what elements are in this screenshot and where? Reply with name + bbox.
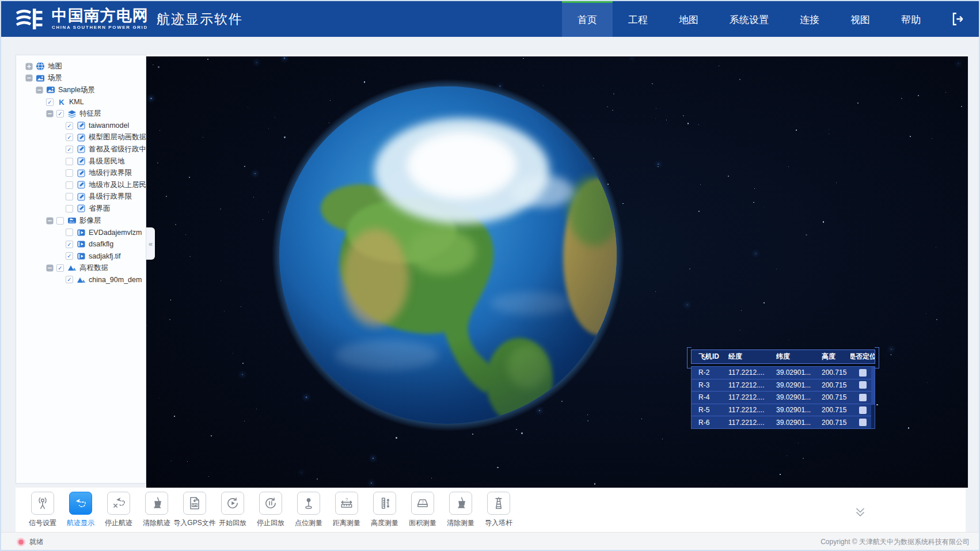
tree-item-taiwanmodel[interactable]: taiwanmodel [16, 120, 146, 132]
nav-item-project[interactable]: 工程 [613, 1, 663, 37]
stop-playback-icon [259, 492, 282, 515]
toolbar-collapse-button[interactable] [853, 505, 868, 522]
tree-item-elevation-data[interactable]: 高程数据 [16, 262, 146, 274]
status-bar: 就绪 Copyright © 天津航天中为数据系统科技有限公司 [1, 532, 979, 551]
tool-clear-track[interactable]: 清除航迹 [138, 492, 176, 528]
cell-id: R-5 [698, 406, 728, 414]
tree-item-dsafkflg[interactable]: dsafkflg [16, 238, 146, 250]
table-col-header: 经度 [728, 352, 776, 362]
aircraft-row[interactable]: R-2117.2212....39.02901...200.715 [691, 366, 875, 379]
tree-item-label: 影像层 [79, 216, 101, 226]
located-checkbox[interactable] [859, 419, 867, 426]
tree-item-scene[interactable]: 场景 [16, 73, 146, 85]
tree-checkbox[interactable] [66, 241, 73, 248]
located-checkbox[interactable] [859, 369, 867, 377]
tool-stop-playback[interactable]: 停止回放 [252, 492, 290, 528]
tree-item-kml[interactable]: KKML [16, 96, 146, 108]
tree-item-prefecture-plus-residential[interactable]: 地级市及以上居民地 [16, 179, 146, 191]
aircraft-row[interactable]: R-3117.2212....39.02901...200.715 [691, 379, 875, 392]
cell-lat: 39.02901... [776, 406, 822, 414]
nav-item-view[interactable]: 视图 [835, 1, 886, 37]
tool-track-display[interactable]: 航迹显示 [62, 492, 100, 528]
tool-height-measure[interactable]: ?高度测量 [366, 492, 404, 528]
tree-item-sanple-scene[interactable]: Sanple场景 [16, 84, 146, 96]
tree-checkbox[interactable] [66, 181, 73, 189]
tree-item-label: 地级市及以上居民地 [89, 180, 146, 190]
tree-item-imagery-layer[interactable]: 影像层 [16, 215, 146, 227]
tool-distance-measure[interactable]: ?距离测量 [328, 492, 366, 528]
video-icon [77, 252, 86, 261]
track-display-icon [69, 492, 92, 515]
tree-item-china-90m-dem[interactable]: china_90m_dem [16, 274, 146, 286]
import-gps-icon: GPS [183, 492, 206, 515]
tree-item-capital-admin-centers[interactable]: 首都及省级行政中心 [16, 143, 146, 155]
svg-text:?: ? [421, 500, 424, 504]
aircraft-row[interactable]: R-6117.2212....39.02901...200.715 [691, 416, 875, 429]
nav-item-map[interactable]: 地图 [663, 1, 714, 37]
tree-item-model-anim-data[interactable]: 模型图层动画数据继 [16, 132, 146, 144]
tree-checkbox[interactable] [46, 98, 54, 106]
tree-item-county-residential[interactable]: 县级居民地 [16, 155, 146, 168]
table-scrollbar-thumb[interactable] [871, 367, 875, 405]
tool-start-playback[interactable]: 开始回放 [214, 492, 252, 528]
aircraft-table-rows: R-2117.2212....39.02901...200.715R-3117.… [691, 366, 875, 429]
tree-item-sadjakfj-tif[interactable]: sadjakfj.tif [16, 250, 146, 263]
tree-item-evdadajemvlzm[interactable]: EVDadajemvlzm [16, 226, 146, 238]
cell-lon: 117.2212.... [728, 419, 776, 427]
aircraft-row[interactable]: R-4117.2212....39.02901...200.715 [691, 391, 875, 404]
logout-button[interactable] [936, 1, 979, 37]
tree-item-province-surface[interactable]: 省界面 [16, 203, 146, 215]
located-checkbox[interactable] [859, 381, 867, 389]
nav-item-system-settings[interactable]: 系统设置 [714, 1, 784, 37]
tree-checkbox[interactable] [66, 252, 73, 260]
start-playback-icon [221, 492, 244, 515]
tree-checkbox[interactable] [66, 205, 73, 212]
tool-import-tower[interactable]: 导入塔杆 [480, 492, 518, 528]
tree-checkbox[interactable] [66, 193, 73, 200]
tree-item-map[interactable]: 地图 [16, 60, 146, 73]
tree-checkbox[interactable] [66, 146, 73, 153]
located-checkbox[interactable] [859, 406, 867, 414]
tree-item-label: taiwanmodel [89, 121, 129, 130]
tool-signal-settings[interactable]: 信号设置 [24, 492, 62, 528]
located-checkbox[interactable] [859, 394, 867, 401]
top-bar: 中国南方电网 CHINA SOUTHERN POWER GRID 航迹显示软件 … [1, 1, 979, 37]
nav-item-connect[interactable]: 连接 [784, 1, 835, 37]
tree-item-prefecture-admin-bounds[interactable]: 地级行政界限 [16, 167, 146, 179]
tool-label: 清除测量 [447, 518, 474, 528]
tree-checkbox[interactable] [56, 217, 64, 225]
tree-item-label: 地图 [48, 62, 62, 71]
kml-icon: K [57, 97, 66, 107]
tree-checkbox[interactable] [66, 276, 73, 283]
tool-stop-track[interactable]: 停止航迹 [100, 492, 138, 528]
tree-checkbox[interactable] [56, 264, 64, 272]
tree-item-label: 县级居民地 [89, 157, 125, 166]
layers-icon [67, 109, 77, 119]
cell-lon: 117.2212.... [728, 381, 776, 389]
map-viewport[interactable]: « 飞机ID经度纬度高度是否定位 R-2117.2212....39.02901… [146, 55, 968, 488]
nav-item-help[interactable]: 帮助 [886, 1, 936, 37]
tool-point-measure[interactable]: 点位测量 [290, 492, 328, 528]
tree-checkbox[interactable] [66, 229, 73, 236]
tree-item-label: china_90m_dem [89, 276, 142, 284]
tool-label: 导入GPS文件 [173, 518, 215, 528]
tree-item-feature-layer[interactable]: 特征层 [16, 108, 146, 120]
double-chevron-down-icon [853, 505, 868, 520]
table-scrollbar[interactable] [871, 367, 875, 428]
sidebar-collapse-handle[interactable]: « [146, 227, 155, 260]
tree-checkbox[interactable] [56, 110, 64, 117]
tree-checkbox[interactable] [66, 158, 73, 165]
tool-area-measure[interactable]: ?面积测量 [404, 492, 442, 528]
aircraft-row[interactable]: R-5117.2212....39.02901...200.715 [691, 404, 875, 417]
tool-clear-measure[interactable]: 清除测量 [442, 492, 480, 528]
tree-item-label: 省界面 [89, 204, 111, 214]
earth-globe [272, 79, 624, 431]
table-col-header: 高度 [822, 352, 850, 362]
tree-checkbox[interactable] [66, 134, 73, 141]
tree-item-county-admin-bounds[interactable]: 县级行政界限 [16, 191, 146, 203]
tool-import-gps[interactable]: GPS导入GPS文件 [176, 492, 214, 528]
tree-checkbox[interactable] [66, 122, 73, 130]
tree-item-label: 模型图层动画数据继 [89, 132, 146, 142]
tree-checkbox[interactable] [66, 169, 73, 177]
nav-item-home[interactable]: 首页 [562, 1, 613, 37]
